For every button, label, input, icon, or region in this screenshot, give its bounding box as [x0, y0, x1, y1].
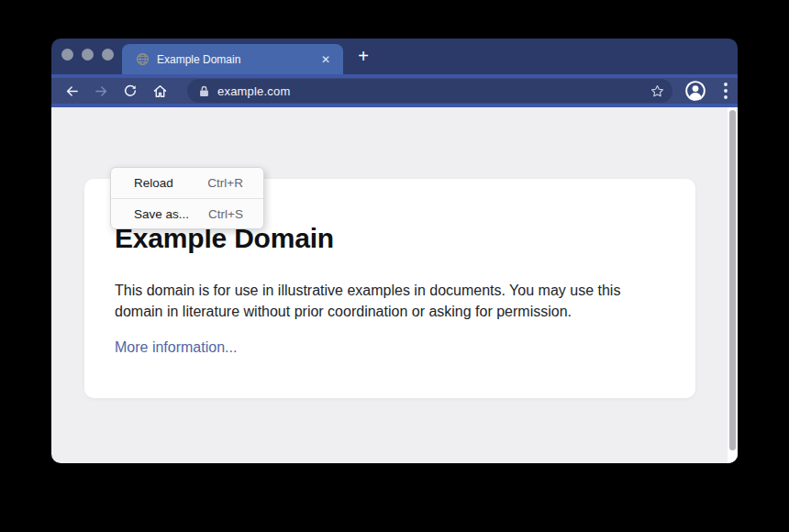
- context-menu: Reload Ctrl+R Save as... Ctrl+S: [110, 167, 264, 229]
- home-button[interactable]: [149, 80, 171, 102]
- menu-item-label: Save as...: [134, 207, 189, 221]
- window-minimize-button[interactable]: [82, 49, 94, 61]
- overflow-menu-dots-icon[interactable]: [718, 80, 733, 102]
- reload-button[interactable]: [119, 80, 141, 102]
- browser-tab[interactable]: Example Domain ✕: [122, 44, 343, 74]
- tab-strip: Example Domain ✕ +: [51, 39, 738, 74]
- new-tab-button[interactable]: +: [350, 46, 376, 68]
- back-arrow-icon: [64, 83, 80, 99]
- forward-arrow-icon: [94, 83, 109, 99]
- reload-icon: [123, 83, 138, 98]
- favicon-globe-icon: [136, 52, 150, 66]
- page-viewport: Example Domain This domain is for use in…: [51, 107, 738, 463]
- browser-window: Example Domain ✕ +: [51, 39, 738, 463]
- window-close-button[interactable]: [61, 49, 73, 61]
- bookmark-star-icon[interactable]: [647, 81, 667, 101]
- menu-item-shortcut: Ctrl+R: [207, 176, 243, 190]
- more-information-link[interactable]: More information...: [115, 339, 237, 355]
- lock-icon: [199, 85, 209, 97]
- home-icon: [152, 83, 168, 99]
- page-paragraph: This domain is for use in illustrative e…: [115, 280, 670, 322]
- context-menu-item-reload[interactable]: Reload Ctrl+R: [111, 168, 263, 198]
- context-menu-item-save-as[interactable]: Save as... Ctrl+S: [111, 198, 263, 228]
- profile-avatar-icon[interactable]: [684, 80, 706, 102]
- address-bar[interactable]: example.com: [187, 79, 672, 103]
- back-button[interactable]: [61, 80, 83, 102]
- window-controls: [61, 49, 114, 61]
- tab-title: Example Domain: [157, 53, 317, 66]
- window-maximize-button[interactable]: [102, 49, 114, 61]
- vertical-scrollbar-thumb[interactable]: [729, 110, 736, 450]
- screenshot-backdrop: Example Domain ✕ +: [0, 0, 789, 532]
- browser-toolbar: example.com: [51, 78, 738, 104]
- tab-close-icon[interactable]: ✕: [317, 51, 334, 68]
- menu-item-shortcut: Ctrl+S: [208, 207, 243, 221]
- menu-item-label: Reload: [134, 176, 173, 190]
- vertical-scrollbar-track[interactable]: [728, 107, 738, 463]
- forward-button[interactable]: [90, 80, 112, 102]
- url-text[interactable]: example.com: [217, 84, 647, 98]
